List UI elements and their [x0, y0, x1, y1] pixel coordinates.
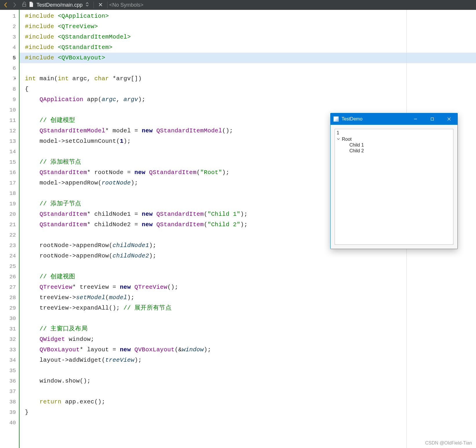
code-line[interactable]: #include <QApplication> — [25, 11, 476, 21]
tree-item-label: Child 1 — [349, 142, 364, 148]
code-line[interactable]: treeView->setModel(model); — [25, 292, 476, 303]
symbols-dropdown[interactable]: <No Symbols> — [109, 2, 143, 8]
code-line[interactable]: #include <QTreeView> — [25, 21, 476, 32]
toolbar-divider — [107, 2, 107, 8]
code-line[interactable]: QVBoxLayout* layout = new QVBoxLayout(&w… — [25, 345, 476, 355]
lock-icon — [22, 2, 27, 8]
code-line[interactable]: #include <QStandardItemModel> — [25, 32, 476, 42]
code-line[interactable]: { — [25, 84, 476, 94]
code-line[interactable]: treeView->expandAll(); // 展开所有节点 — [25, 303, 476, 313]
code-line[interactable] — [25, 313, 476, 324]
maximize-button[interactable] — [424, 113, 441, 125]
code-line[interactable]: QApplication app(argc, argv); — [25, 94, 476, 105]
nav-forward-button[interactable] — [11, 1, 18, 8]
app-body: 1 RootChild 1Child 2 — [331, 125, 457, 249]
close-file-icon[interactable] — [99, 2, 103, 8]
editor-toolbar: TestDemo/main.cpp <No Symbols> — [0, 0, 476, 10]
tree-item[interactable]: Child 2 — [337, 148, 451, 154]
line-number-gutter: 1234567▾89101112131415161718192021222324… — [0, 10, 20, 448]
code-line[interactable]: #include <QVBoxLayout> — [20, 53, 476, 63]
chevron-down-icon[interactable] — [337, 137, 342, 142]
tree-view[interactable]: 1 RootChild 1Child 2 — [335, 129, 453, 245]
file-selector-icon[interactable] — [85, 2, 89, 8]
close-button[interactable] — [441, 113, 457, 125]
svg-rect-0 — [431, 118, 434, 120]
app-icon — [333, 116, 339, 122]
file-icon — [29, 1, 34, 9]
app-window: TestDemo 1 RootChild 1Child 2 — [330, 113, 458, 249]
file-path[interactable]: TestDemo/main.cpp — [37, 2, 83, 8]
code-line[interactable] — [25, 386, 476, 397]
titlebar[interactable]: TestDemo — [331, 113, 457, 125]
code-line[interactable] — [25, 365, 476, 376]
minimize-button[interactable] — [407, 113, 424, 125]
code-line[interactable]: return app.exec(); — [25, 397, 476, 407]
nav-back-button[interactable] — [2, 1, 9, 8]
tree-item[interactable]: Child 1 — [337, 142, 451, 148]
tree-item-label: Child 2 — [349, 148, 364, 153]
code-line[interactable]: int main(int argc, char *argv[]) — [25, 74, 476, 84]
tree-header[interactable]: 1 — [337, 130, 451, 136]
code-line[interactable] — [25, 63, 476, 74]
code-line[interactable]: #include <QStandardItem> — [25, 42, 476, 53]
tree-item[interactable]: Root — [337, 136, 451, 142]
code-line[interactable]: rootNode->appendRow(childNode2); — [25, 251, 476, 261]
tree-item-label: Root — [342, 137, 352, 142]
window-title: TestDemo — [342, 116, 407, 122]
code-line[interactable]: QWidget window; — [25, 334, 476, 345]
code-line[interactable]: } — [25, 407, 476, 418]
code-line[interactable]: QTreeView* treeView = new QTreeView(); — [25, 282, 476, 292]
code-line[interactable] — [25, 261, 476, 272]
code-line[interactable]: layout->addWidget(treeView); — [25, 355, 476, 365]
code-line[interactable]: // 创建视图 — [25, 272, 476, 282]
watermark: CSDN @OldField-Tian — [425, 440, 472, 446]
code-line[interactable] — [25, 418, 476, 428]
toolbar-divider — [94, 2, 94, 8]
code-line[interactable]: window.show(); — [25, 376, 476, 386]
code-line[interactable]: // 主窗口及布局 — [25, 324, 476, 334]
